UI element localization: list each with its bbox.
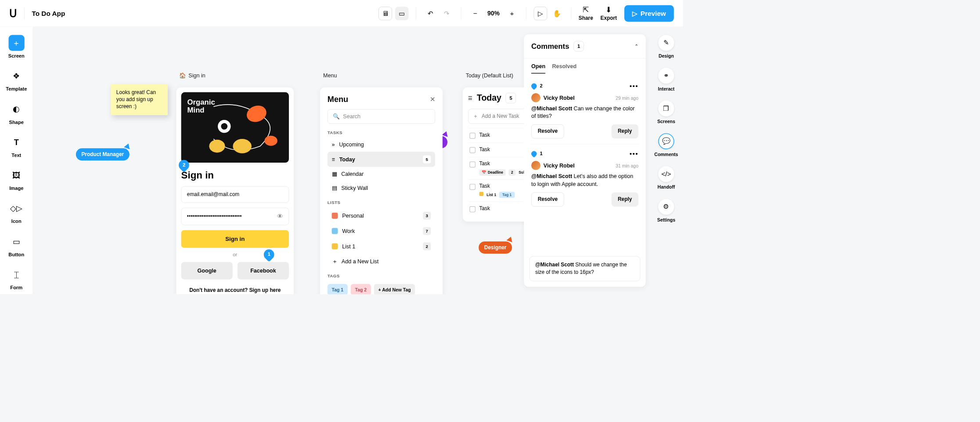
- reply-button[interactable]: Reply: [611, 124, 638, 138]
- menu-item-sticky-wall[interactable]: ▤Sticky Wall: [328, 181, 435, 195]
- divider: [416, 7, 416, 19]
- signup-link[interactable]: Don't have an account? Sign up here: [181, 287, 289, 294]
- menu-item-upcoming[interactable]: »Upcoming: [328, 138, 435, 152]
- note-icon: ▤: [332, 185, 337, 191]
- tool-form[interactable]: ⌶Form: [8, 266, 24, 290]
- topbar: ᑌ To Do App 🖥 ▭ ↶ ↷ − 90% + ▷ ✋ ⇱Share ⬇…: [0, 0, 683, 27]
- cursor-product-manager: Product Manager: [76, 148, 130, 160]
- tool-text[interactable]: TText: [8, 134, 24, 158]
- play-icon: ▷: [632, 9, 638, 17]
- chevron-up-icon[interactable]: ⌃: [634, 44, 638, 49]
- divider: [461, 7, 461, 19]
- search-input[interactable]: 🔍 Search: [328, 109, 435, 124]
- right-tool-comments[interactable]: 💬Comments: [654, 133, 678, 157]
- list-icon: ≡: [332, 156, 335, 163]
- tag-chip-2[interactable]: Tag 2: [351, 284, 371, 294]
- cursor-designer: Designer: [479, 241, 512, 254]
- sticky-note[interactable]: Looks great! Can you add sign up screen …: [111, 84, 168, 115]
- checkbox[interactable]: [469, 133, 476, 139]
- code-icon: </>: [658, 166, 674, 182]
- comment-thread: 2••• Vicky Robel29 min ago @Michael Scot…: [531, 76, 638, 144]
- task-row[interactable]: Task: [468, 142, 524, 157]
- resolve-button[interactable]: Resolve: [531, 124, 564, 138]
- artboard-today[interactable]: ☰ Today 5 ＋Add a New Task Task Task Task…: [463, 87, 524, 222]
- task-row[interactable]: Task: [468, 202, 524, 216]
- tab-resolved[interactable]: Resolved: [552, 63, 576, 73]
- add-list-button[interactable]: ＋Add a New List: [328, 254, 435, 269]
- svg-point-5: [264, 136, 277, 146]
- device-tablet-icon[interactable]: ▭: [395, 7, 409, 20]
- signin-title: Sign in: [181, 169, 289, 181]
- tool-template[interactable]: ❖Template: [6, 68, 27, 92]
- home-icon: 🏠: [179, 72, 186, 79]
- device-desktop-icon[interactable]: 🖥: [378, 7, 392, 20]
- more-icon[interactable]: •••: [630, 150, 638, 158]
- artboard-menu[interactable]: Menu ✕ 🔍 Search TASKS »Upcoming ≡Today5 …: [320, 87, 443, 294]
- email-field[interactable]: [181, 186, 289, 203]
- signin-button[interactable]: Sign in: [181, 230, 289, 247]
- tool-icon[interactable]: ◇▷Icon: [8, 200, 24, 224]
- close-icon[interactable]: ✕: [430, 95, 436, 103]
- task-row[interactable]: Task List 1 Tag 1: [468, 179, 524, 202]
- redo-button[interactable]: ↷: [440, 7, 454, 20]
- zoom-in-button[interactable]: +: [505, 7, 519, 20]
- plus-icon: ＋: [473, 113, 478, 120]
- tool-image[interactable]: 🖼Image: [8, 167, 24, 191]
- preview-button[interactable]: ▷Preview: [624, 5, 674, 22]
- checkbox[interactable]: [469, 184, 476, 190]
- zoom-out-button[interactable]: −: [468, 7, 482, 20]
- tool-screen[interactable]: ＋Screen: [8, 35, 25, 58]
- fastforward-icon: »: [332, 142, 335, 148]
- add-task-button[interactable]: ＋Add a New Task: [468, 109, 524, 124]
- list-work[interactable]: Work7: [328, 223, 435, 239]
- checkbox[interactable]: [469, 147, 476, 153]
- more-icon[interactable]: •••: [630, 82, 638, 90]
- right-tool-screens[interactable]: ❐Screens: [657, 101, 675, 124]
- facebook-button[interactable]: Facebook: [238, 262, 289, 280]
- lists-section-label: LISTS: [328, 200, 435, 205]
- resolve-button[interactable]: Resolve: [531, 193, 564, 207]
- list-color-dot: [479, 192, 484, 196]
- reply-button[interactable]: Reply: [611, 193, 638, 207]
- right-tool-design[interactable]: ✎Design: [658, 35, 674, 58]
- add-tag-button[interactable]: + Add New Tag: [374, 284, 415, 294]
- avatar: [531, 93, 540, 102]
- comments-count: 1: [573, 41, 584, 51]
- canvas[interactable]: Looks great! Can you add sign up screen …: [33, 27, 524, 294]
- share-button[interactable]: ⇱Share: [579, 5, 593, 21]
- google-button[interactable]: Google: [181, 262, 233, 280]
- eye-icon[interactable]: 👁: [277, 213, 283, 220]
- color-swatch: [332, 228, 338, 234]
- hand-tool-button[interactable]: ✋: [550, 7, 564, 20]
- password-field[interactable]: 👁: [181, 208, 289, 226]
- calendar-icon: 📅: [482, 171, 486, 175]
- undo-button[interactable]: ↶: [423, 7, 437, 20]
- tool-button[interactable]: ▭Button: [8, 233, 24, 257]
- menu-item-today[interactable]: ≡Today5: [328, 152, 435, 167]
- tag-chip-1[interactable]: Tag 1: [328, 284, 348, 294]
- avatar: [531, 161, 540, 170]
- tool-shape[interactable]: ◐Shape: [8, 101, 24, 125]
- right-tool-settings[interactable]: ⚙Settings: [657, 199, 675, 222]
- task-row[interactable]: Task 📅Deadline 2 Subtasks: [468, 157, 524, 179]
- right-tool-handoff[interactable]: </>Handoff: [658, 166, 675, 190]
- list-list1[interactable]: List 12: [328, 239, 435, 254]
- divider: [24, 7, 25, 19]
- checkbox[interactable]: [469, 161, 476, 167]
- menu-item-calendar[interactable]: ▦Calendar: [328, 167, 435, 181]
- artboard-signin[interactable]: Organic Mind Sign in 👁 Sign in or: [176, 87, 294, 294]
- play-button[interactable]: ▷: [533, 7, 547, 20]
- right-tool-interact[interactable]: ⚭Interact: [658, 68, 674, 91]
- right-toolbar: ✎Design ⚭Interact ❐Screens 💬Comments </>…: [649, 27, 683, 294]
- list-personal[interactable]: Personal3: [328, 208, 435, 223]
- tab-open[interactable]: Open: [531, 63, 545, 73]
- comments-panel: Comments 1 ⌃ Open Resolved 2••• Vicky Ro…: [524, 34, 645, 287]
- menu-icon[interactable]: ☰: [468, 95, 472, 101]
- comment-compose[interactable]: @Michael Scott Should we change the size…: [530, 256, 640, 281]
- comment-bubble-icon: [530, 150, 538, 158]
- checkbox[interactable]: [469, 206, 476, 212]
- task-row[interactable]: Task: [468, 128, 524, 142]
- button-icon: ▭: [8, 233, 24, 249]
- export-button[interactable]: ⬇Export: [601, 5, 617, 21]
- comments-title: Comments: [531, 42, 569, 51]
